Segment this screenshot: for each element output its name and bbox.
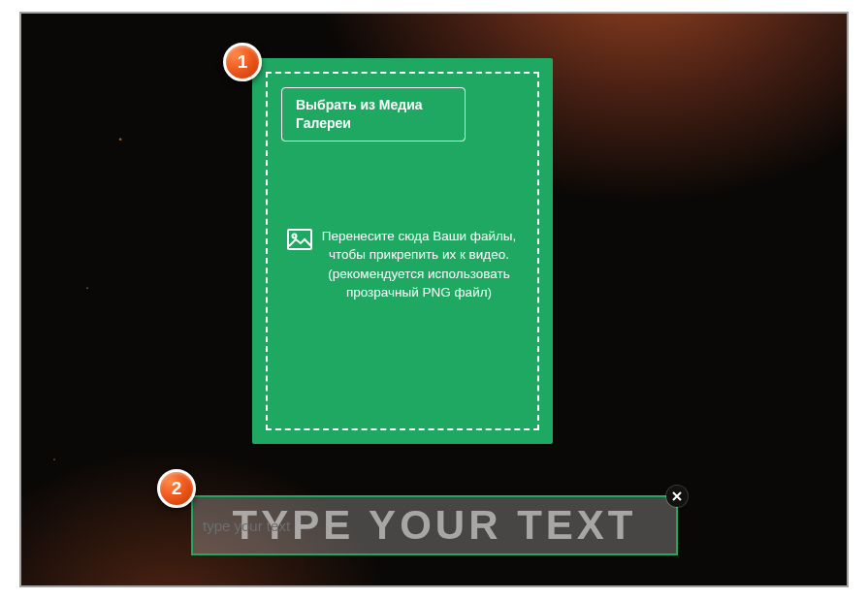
dropzone-hint: Перенесите сюда Ваши файлы, чтобы прикре… (281, 227, 524, 302)
svg-point-1 (293, 234, 297, 237)
text-input[interactable] (193, 497, 676, 553)
close-icon (672, 490, 682, 503)
choose-from-gallery-button[interactable]: Выбрать из Медиа Галереи (281, 87, 466, 142)
svg-rect-0 (288, 230, 311, 249)
annotation-badge-1: 1 (223, 43, 262, 81)
media-dropzone[interactable]: Выбрать из Медиа Галереи Перенесите сюда… (252, 58, 553, 444)
annotation-badge-2: 2 (157, 469, 196, 508)
clear-text-button[interactable] (666, 486, 688, 507)
media-dropzone-inner: Выбрать из Медиа Галереи Перенесите сюда… (266, 72, 539, 430)
text-field[interactable]: TYPE YOUR TEXT type your text (191, 495, 678, 555)
text-field-container: TYPE YOUR TEXT type your text (191, 495, 678, 555)
dropzone-hint-text: Перенесите сюда Ваши файлы, чтобы прикре… (320, 227, 518, 302)
canvas-background: Выбрать из Медиа Галереи Перенесите сюда… (19, 12, 849, 587)
image-icon (287, 229, 312, 254)
